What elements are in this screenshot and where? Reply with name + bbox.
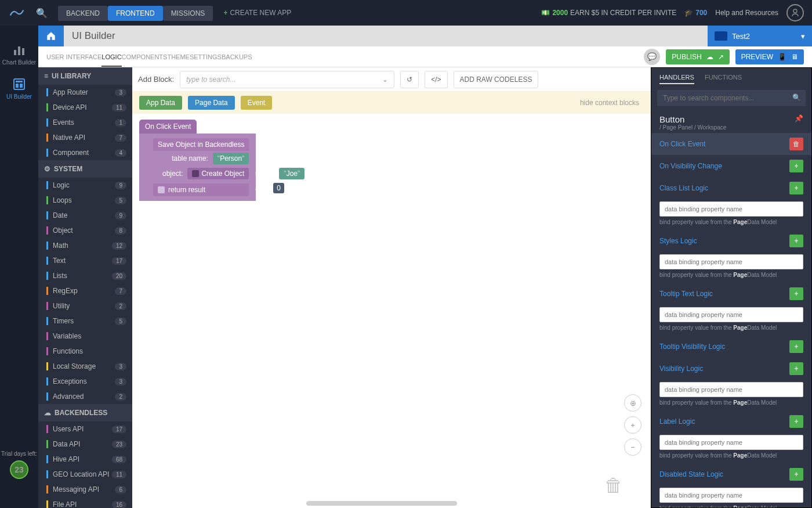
add-handler-button[interactable]: + bbox=[789, 235, 803, 247]
lib-item-text[interactable]: Text17 bbox=[38, 253, 132, 268]
handler-disabled-state-logic[interactable]: Disabled State Logic+ bbox=[651, 463, 811, 485]
create-app-button[interactable]: +CREATE NEW APP bbox=[223, 9, 291, 17]
binding-input[interactable] bbox=[659, 307, 803, 322]
lib-item-data-api[interactable]: Data API23 bbox=[38, 437, 132, 452]
block-name-value[interactable]: Joe bbox=[279, 168, 304, 179]
add-handler-button[interactable]: + bbox=[789, 468, 803, 481]
add-handler-button[interactable]: + bbox=[789, 160, 803, 172]
grad-points[interactable]: 🎓 700 bbox=[684, 9, 707, 17]
lib-item-hive-api[interactable]: Hive API68 bbox=[38, 452, 132, 467]
lib-item-component[interactable]: Component4 bbox=[38, 145, 132, 160]
lib-item-timers[interactable]: Timers5 bbox=[38, 314, 132, 329]
lib-item-loops[interactable]: Loops5 bbox=[38, 193, 132, 208]
subtab-settings[interactable]: SETTINGS bbox=[190, 48, 222, 66]
hide-context-link[interactable]: hide context blocks bbox=[580, 99, 644, 107]
binding-input[interactable] bbox=[659, 435, 803, 450]
code-button[interactable]: </> bbox=[425, 71, 447, 88]
zoom-in-button[interactable]: + bbox=[624, 416, 641, 434]
nav-missions[interactable]: MISSIONS bbox=[163, 6, 213, 21]
help-link[interactable]: Help and Resources bbox=[715, 9, 778, 17]
block-age-value[interactable]: 0 bbox=[273, 183, 284, 193]
delete-handler-button[interactable]: 🗑 bbox=[789, 138, 803, 150]
lib-item-math[interactable]: Math12 bbox=[38, 238, 132, 253]
lib-section-ui-library[interactable]: ≡ UI LIBRARY bbox=[38, 67, 132, 85]
add-handler-button[interactable]: + bbox=[789, 182, 803, 194]
tab-functions[interactable]: FUNCTIONS bbox=[705, 74, 742, 84]
publish-button[interactable]: PUBLISH ☁↗ bbox=[666, 49, 729, 64]
block-save-object[interactable]: Save Object in Backendless bbox=[153, 138, 249, 151]
handler-visibility-logic[interactable]: Visibility Logic+ bbox=[651, 358, 811, 380]
block-create-object[interactable]: Create Object bbox=[187, 168, 249, 179]
lib-item-file-api[interactable]: File API16 bbox=[38, 497, 132, 508]
binding-input[interactable] bbox=[659, 488, 803, 503]
handler-tooltip-text-logic[interactable]: Tooltip Text Logic+ bbox=[651, 283, 811, 305]
zoom-out-button[interactable]: − bbox=[624, 438, 641, 456]
center-button[interactable]: ⊕ bbox=[624, 394, 641, 412]
checkbox-icon[interactable] bbox=[158, 186, 165, 193]
lib-item-logic[interactable]: Logic9 bbox=[38, 178, 132, 193]
lib-item-exceptions[interactable]: Exceptions3 bbox=[38, 374, 132, 389]
lib-item-date[interactable]: Date9 bbox=[38, 208, 132, 223]
add-raw-codeless-button[interactable]: ADD RAW CODELESS bbox=[454, 71, 539, 88]
handler-label-logic[interactable]: Label Logic+ bbox=[651, 410, 811, 433]
avatar[interactable] bbox=[786, 4, 804, 21]
lib-item-object[interactable]: Object8 bbox=[38, 223, 132, 238]
block-table-value[interactable]: Person bbox=[213, 153, 249, 164]
block-return-result[interactable]: return result bbox=[153, 183, 249, 196]
home-button[interactable] bbox=[38, 26, 64, 46]
subtab-logic[interactable]: LOGIC bbox=[102, 48, 121, 67]
preview-button[interactable]: PREVIEW 📱 🖥 bbox=[735, 49, 804, 64]
lib-item-variables[interactable]: Variables bbox=[38, 329, 132, 344]
tab-handlers[interactable]: HANDLERS bbox=[659, 74, 694, 84]
workspace[interactable]: On Click Event Save Object in Backendles… bbox=[132, 114, 651, 508]
add-handler-button[interactable]: + bbox=[789, 287, 803, 300]
trash-icon[interactable]: 🗑 bbox=[604, 475, 623, 496]
lib-section-backendless[interactable]: ☁ BACKENDLESS bbox=[38, 404, 132, 421]
subtab-backups[interactable]: BACKUPS bbox=[222, 48, 252, 66]
lib-item-lists[interactable]: Lists20 bbox=[38, 268, 132, 283]
lib-item-functions[interactable]: Functions bbox=[38, 344, 132, 359]
binding-input[interactable] bbox=[659, 382, 803, 397]
handler-class-list-logic[interactable]: Class List Logic+ bbox=[651, 177, 811, 199]
app-selector[interactable]: Test2 ▾ bbox=[708, 26, 812, 46]
handler-tooltip-visibility-logic[interactable]: Tooltip Visibility Logic+ bbox=[651, 336, 811, 358]
add-handler-button[interactable]: + bbox=[789, 415, 803, 428]
scrollbar[interactable] bbox=[306, 501, 457, 506]
lib-item-regexp[interactable]: RegExp7 bbox=[38, 283, 132, 298]
binding-input[interactable] bbox=[659, 254, 803, 269]
lib-item-utility[interactable]: Utility2 bbox=[38, 298, 132, 314]
ctx-page-data[interactable]: Page Data bbox=[188, 96, 235, 110]
nav-backend[interactable]: BACKEND bbox=[58, 6, 108, 21]
rail-chart-builder[interactable]: Chart Builder bbox=[2, 43, 36, 66]
subtab-components[interactable]: COMPONENTS bbox=[122, 48, 168, 66]
lib-item-device-api[interactable]: Device API11 bbox=[38, 100, 132, 115]
undo-button[interactable]: ↺ bbox=[400, 71, 419, 88]
block-group[interactable]: On Click Event Save Object in Backendles… bbox=[139, 120, 256, 201]
lib-item-app-router[interactable]: App Router3 bbox=[38, 85, 132, 100]
lib-item-local-storage[interactable]: Local Storage3 bbox=[38, 359, 132, 374]
handler-on-click-event[interactable]: On Click Event🗑 bbox=[651, 133, 811, 155]
component-search[interactable]: 🔍 bbox=[657, 90, 806, 106]
lib-item-geo-location-api[interactable]: GEO Location API11 bbox=[38, 467, 132, 482]
ctx-app-data[interactable]: App Data bbox=[139, 96, 182, 110]
binding-input[interactable] bbox=[659, 201, 803, 217]
nav-frontend[interactable]: FRONTEND bbox=[108, 6, 163, 21]
credits[interactable]: 💵 2000 EARN $5 IN CREDIT PER INVITE bbox=[541, 9, 676, 17]
pin-icon[interactable]: 📌 bbox=[795, 114, 803, 124]
ctx-event[interactable]: Event bbox=[241, 96, 273, 110]
rail-ui-builder[interactable]: UI Builder bbox=[6, 77, 32, 100]
add-handler-button[interactable]: + bbox=[789, 362, 803, 375]
lib-item-messaging-api[interactable]: Messaging API6 bbox=[38, 482, 132, 497]
lib-item-users-api[interactable]: Users API17 bbox=[38, 421, 132, 437]
lib-item-native-api[interactable]: Native API7 bbox=[38, 130, 132, 145]
add-handler-button[interactable]: + bbox=[789, 340, 803, 353]
add-block-search[interactable]: type to search...⌄ bbox=[180, 71, 394, 88]
block-event-header[interactable]: On Click Event bbox=[139, 120, 197, 134]
handler-on-visibility-change[interactable]: On Visibility Change+ bbox=[651, 155, 811, 177]
lib-item-events[interactable]: Events1 bbox=[38, 115, 132, 130]
subtab-user-interface[interactable]: USER INTERFACE bbox=[46, 48, 102, 66]
chat-icon[interactable]: 💬 bbox=[644, 49, 660, 65]
lib-item-advanced[interactable]: Advanced2 bbox=[38, 389, 132, 404]
lib-section-system[interactable]: ⚙ SYSTEM bbox=[38, 160, 132, 178]
component-search-input[interactable] bbox=[657, 90, 806, 106]
